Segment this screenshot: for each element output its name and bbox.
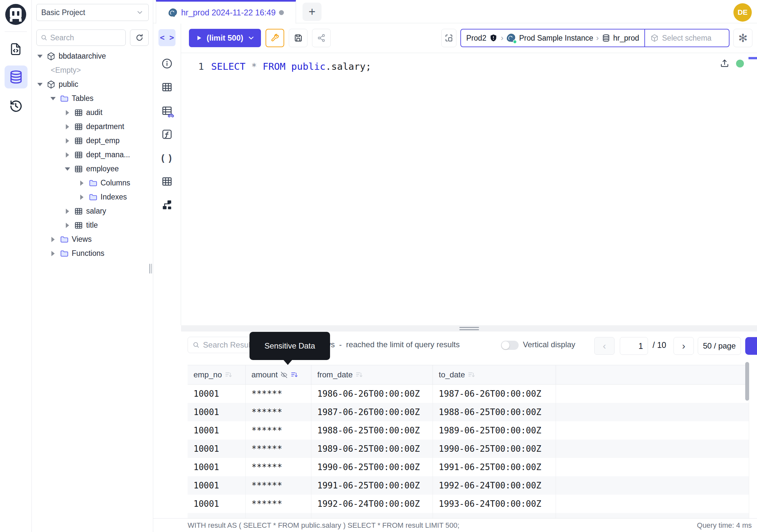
table-cell-masked[interactable]: ****** — [246, 513, 311, 518]
schema-diagram-panel-tab[interactable] — [161, 199, 173, 211]
functions-panel-tab[interactable] — [161, 128, 173, 141]
procedures-panel-tab[interactable]: ( ) — [161, 152, 173, 164]
tree-item-public[interactable]: public — [32, 77, 153, 91]
sort-icon[interactable] — [355, 371, 363, 379]
table-cell[interactable]: 10001 — [188, 385, 246, 403]
table-search-panel-tab[interactable] — [161, 105, 173, 117]
caret-right-icon[interactable] — [64, 151, 71, 159]
batch-query-button[interactable] — [441, 29, 456, 47]
table-cell[interactable]: 10001 — [188, 495, 246, 513]
caret-right-icon[interactable] — [64, 208, 71, 215]
new-tab-button[interactable]: + — [303, 3, 321, 21]
table-cell[interactable]: 1994-06-24T00:00:00Z — [433, 513, 556, 518]
table-cell[interactable]: 10001 — [188, 458, 246, 476]
caret-right-icon[interactable] — [78, 179, 85, 187]
caret-right-icon[interactable] — [64, 137, 71, 144]
connection-selector[interactable]: Prod2 › Prod Sample Instan — [461, 29, 644, 47]
column-header-to-date[interactable]: to_date — [433, 365, 556, 384]
project-selector[interactable]: Basic Project — [36, 4, 149, 21]
caret-right-icon[interactable] — [78, 194, 85, 201]
table-cell[interactable]: 1990-06-25T00:00:00Z — [433, 440, 556, 458]
code-line[interactable]: 1 SELECT * FROM public.salary; — [181, 59, 757, 74]
tree-item-salary[interactable]: salary — [32, 204, 153, 218]
table-cell[interactable]: 10001 — [188, 440, 246, 458]
table-cell[interactable]: 1991-06-25T00:00:00Z — [433, 458, 556, 476]
table-cell[interactable]: 1989-06-25T00:00:00Z — [311, 440, 433, 458]
table-cell[interactable]: 1993-06-24T00:00:00Z — [311, 513, 433, 518]
info-panel-tab[interactable] — [161, 57, 173, 70]
panel-resize-divider[interactable] — [181, 325, 757, 331]
history-icon[interactable] — [8, 98, 24, 114]
table-cell-masked[interactable]: ****** — [246, 403, 311, 421]
sort-icon[interactable] — [468, 371, 475, 379]
table-scrollbar[interactable] — [745, 362, 749, 401]
next-page-button[interactable]: › — [674, 337, 694, 355]
query-options-button[interactable] — [265, 29, 284, 47]
table-row[interactable]: 10001 ****** 1992-06-24T00:00:00Z 1993-0… — [188, 495, 749, 513]
table-cell[interactable]: 1988-06-25T00:00:00Z — [433, 403, 556, 421]
vertical-display-toggle[interactable] — [501, 341, 519, 350]
share-button[interactable] — [312, 29, 331, 47]
worksheet-icon[interactable] — [8, 41, 24, 57]
external-tables-panel-tab[interactable] — [161, 175, 173, 188]
refresh-button[interactable] — [130, 29, 149, 46]
code-panel-tab-active[interactable]: < > — [159, 29, 175, 46]
table-cell[interactable]: 1987-06-26T00:00:00Z — [433, 385, 556, 403]
page-size-select[interactable]: 50 / page — [698, 337, 741, 355]
table-cell[interactable]: 1989-06-25T00:00:00Z — [433, 421, 556, 440]
table-cell[interactable]: 1986-06-26T00:00:00Z — [311, 385, 433, 403]
table-cell[interactable]: 1987-06-26T00:00:00Z — [311, 403, 433, 421]
column-header-from-date[interactable]: from_date — [311, 365, 433, 384]
eye-off-icon[interactable] — [280, 371, 288, 379]
table-row[interactable]: 10001 ****** 1990-06-25T00:00:00Z 1991-0… — [188, 458, 749, 476]
database-nav-active[interactable] — [5, 66, 27, 88]
select-schema-dropdown[interactable]: Select schema — [644, 29, 729, 47]
caret-down-icon[interactable] — [64, 166, 71, 172]
sidebar-search[interactable] — [36, 29, 126, 46]
caret-right-icon[interactable] — [49, 250, 57, 257]
save-button[interactable] — [289, 29, 308, 47]
table-cell[interactable]: 10001 — [188, 403, 246, 421]
table-row[interactable]: 10001 ****** 1986-06-26T00:00:00Z 1987-0… — [188, 385, 749, 403]
table-cell[interactable]: 1992-06-24T00:00:00Z — [433, 476, 556, 495]
tree-item-indexes[interactable]: Indexes — [32, 190, 153, 204]
table-row[interactable]: 10001 ****** 1993-06-24T00:00:00Z 1994-0… — [188, 513, 749, 518]
tables-panel-tab[interactable] — [161, 81, 173, 93]
tree-item-title[interactable]: title — [32, 218, 153, 232]
table-cell[interactable]: 10001 — [188, 476, 246, 495]
upload-button[interactable] — [720, 58, 730, 68]
table-row[interactable]: 10001 ****** 1991-06-25T00:00:00Z 1992-0… — [188, 476, 749, 495]
table-cell-masked[interactable]: ****** — [246, 476, 311, 495]
table-cell[interactable]: 1993-06-24T00:00:00Z — [433, 495, 556, 513]
table-cell-masked[interactable]: ****** — [246, 458, 311, 476]
table-cell[interactable]: 10001 — [188, 421, 246, 440]
tab-hr-prod[interactable]: hr_prod 2024-11-22 16:49 — [156, 0, 296, 24]
table-cell[interactable]: 1992-06-24T00:00:00Z — [311, 495, 433, 513]
tree-item-department[interactable]: department — [32, 120, 153, 134]
prev-page-button[interactable]: ‹ — [594, 337, 615, 355]
sidebar-search-input[interactable] — [50, 33, 121, 42]
column-header-amount[interactable]: amount — [246, 365, 311, 384]
sidebar-resize-handle[interactable] — [149, 264, 152, 273]
table-cell-masked[interactable]: ****** — [246, 385, 311, 403]
table-row[interactable]: 10001 ****** 1989-06-25T00:00:00Z 1990-0… — [188, 440, 749, 458]
sort-icon[interactable] — [225, 371, 232, 379]
caret-right-icon[interactable] — [64, 123, 71, 130]
column-header-emp-no[interactable]: emp_no — [188, 365, 246, 384]
tree-item-tables[interactable]: Tables — [32, 91, 153, 106]
caret-down-icon[interactable] — [36, 81, 44, 88]
bytebase-logo-icon[interactable] — [5, 4, 26, 25]
table-cell[interactable]: 10001 — [188, 513, 246, 518]
caret-down-icon[interactable] — [49, 95, 57, 102]
tree-item-functions[interactable]: Functions — [32, 246, 153, 261]
table-cell[interactable]: 1988-06-25T00:00:00Z — [311, 421, 433, 440]
table-cell-masked[interactable]: ****** — [246, 421, 311, 440]
tree-item-employee[interactable]: employee — [32, 162, 153, 176]
table-cell[interactable]: 1991-06-25T00:00:00Z — [311, 476, 433, 495]
run-query-button[interactable]: (limit 500) — [189, 29, 261, 47]
tree-item-dept-manager[interactable]: dept_mana... — [32, 148, 153, 162]
tree-item-columns[interactable]: Columns — [32, 176, 153, 190]
caret-down-icon[interactable] — [36, 53, 44, 60]
tree-item-dept-emp[interactable]: dept_emp — [32, 134, 153, 148]
table-row[interactable]: 10001 ****** 1987-06-26T00:00:00Z 1988-0… — [188, 403, 749, 421]
